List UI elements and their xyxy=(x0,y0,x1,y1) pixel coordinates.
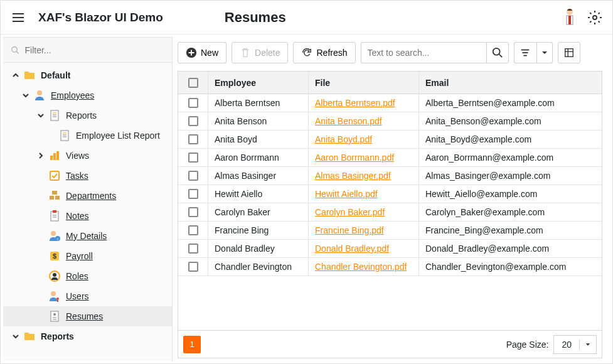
svg-rect-36 xyxy=(51,311,58,321)
table-row[interactable]: Anita BensonAnita Benson.pdfAnita_Benson… xyxy=(178,112,602,131)
checkbox-icon[interactable] xyxy=(188,244,198,254)
table-row[interactable]: Almas BasingerAlmas Basinger.pdfAlmas_Ba… xyxy=(178,167,602,185)
table-row[interactable]: Hewitt AielloHewitt Aiello.pdfHewitt_Aie… xyxy=(178,185,602,203)
sidebar-item-roles[interactable]: Roles xyxy=(3,266,172,286)
search-input[interactable] xyxy=(361,42,486,63)
resume-icon xyxy=(48,310,61,323)
tree-group-default[interactable]: Default xyxy=(3,65,172,85)
page-size-selector[interactable]: 20 xyxy=(553,335,597,354)
checkbox-icon[interactable] xyxy=(188,78,198,88)
sidebar-item-my-details[interactable]: i My Details xyxy=(3,226,172,246)
row-checkbox-cell[interactable] xyxy=(178,222,208,239)
file-link[interactable]: Almas Basinger.pdf xyxy=(315,171,391,181)
filter-box[interactable] xyxy=(3,38,172,63)
filter-dropdown-button[interactable] xyxy=(536,42,553,63)
sidebar-item-users[interactable]: Users xyxy=(3,286,172,306)
chevron-down-icon[interactable] xyxy=(11,331,21,341)
checkbox-icon[interactable] xyxy=(188,116,198,126)
file-link[interactable]: Chandler Bevington.pdf xyxy=(315,262,407,272)
table-row[interactable]: Alberta BerntsenAlberta Berntsen.pdfAlbe… xyxy=(178,94,602,112)
chevron-down-icon[interactable] xyxy=(21,90,31,100)
tree-label: Employees xyxy=(51,90,94,100)
checkbox-icon[interactable] xyxy=(188,189,198,199)
hamburger-icon[interactable] xyxy=(11,10,26,25)
folder-icon xyxy=(23,330,36,343)
avatar[interactable] xyxy=(562,8,577,28)
file-link[interactable]: Carolyn Baker.pdf xyxy=(315,207,385,217)
svg-rect-2 xyxy=(568,16,571,24)
cell-employee: Aaron Borrmann xyxy=(208,149,309,166)
column-header-employee[interactable]: Employee xyxy=(208,72,309,94)
delete-button[interactable]: Delete xyxy=(232,42,288,63)
sidebar-item-employee-list-report[interactable]: Employee List Report xyxy=(3,126,172,146)
sidebar-item-departments[interactable]: Departments xyxy=(3,186,172,206)
cell-file: Donald Bradley.pdf xyxy=(309,240,419,257)
row-checkbox-cell[interactable] xyxy=(178,258,208,276)
chevron-down-icon[interactable] xyxy=(36,110,46,120)
checkbox-icon[interactable] xyxy=(188,171,198,181)
row-checkbox-cell[interactable] xyxy=(178,94,208,112)
checkbox-icon[interactable] xyxy=(188,262,198,272)
page-size-dropdown[interactable] xyxy=(580,341,596,348)
table-row[interactable]: Donald BradleyDonald Bradley.pdfDonald_B… xyxy=(178,240,602,258)
gear-icon[interactable] xyxy=(587,10,602,25)
cell-file: Aaron Borrmann.pdf xyxy=(309,149,419,166)
file-link[interactable]: Anita Benson.pdf xyxy=(315,116,382,126)
checkbox-icon[interactable] xyxy=(188,225,198,235)
page-size-label: Page Size: xyxy=(506,340,549,350)
row-checkbox-cell[interactable] xyxy=(178,203,208,221)
chevron-up-icon[interactable] xyxy=(11,70,21,80)
columns-button[interactable] xyxy=(558,42,580,63)
checkbox-icon[interactable] xyxy=(188,207,198,217)
sidebar-item-reports[interactable]: Reports xyxy=(3,105,172,126)
sidebar-item-notes[interactable]: Notes xyxy=(3,206,172,226)
tree-label: Default xyxy=(41,70,70,80)
row-checkbox-cell[interactable] xyxy=(178,149,208,166)
row-checkbox-cell[interactable] xyxy=(178,240,208,257)
checkbox-icon[interactable] xyxy=(188,134,198,144)
header-select-all[interactable] xyxy=(178,72,208,94)
search-button[interactable] xyxy=(486,42,509,63)
svg-rect-17 xyxy=(56,151,59,160)
checkbox-icon[interactable] xyxy=(188,98,198,108)
column-header-file[interactable]: File xyxy=(309,72,419,94)
svg-rect-44 xyxy=(523,52,528,53)
file-link[interactable]: Hewitt Aiello.pdf xyxy=(315,189,378,199)
filter-button[interactable] xyxy=(514,42,536,63)
sidebar: Default Employees Reports Employee List … xyxy=(3,37,173,361)
sidebar-item-payroll[interactable]: $ Payroll xyxy=(3,246,172,266)
person-info-icon: i xyxy=(48,230,61,242)
row-checkbox-cell[interactable] xyxy=(178,185,208,203)
row-checkbox-cell[interactable] xyxy=(178,131,208,148)
sidebar-item-views[interactable]: Views xyxy=(3,146,172,166)
cell-file: Alberta Berntsen.pdf xyxy=(309,94,419,112)
chevron-right-icon[interactable] xyxy=(36,151,46,161)
sidebar-item-resumes[interactable]: Resumes xyxy=(3,306,172,326)
file-link[interactable]: Francine Bing.pdf xyxy=(315,225,384,235)
svg-line-5 xyxy=(16,51,19,53)
table-row[interactable]: Anita BoydAnita Boyd.pdfAnita_Boyd@examp… xyxy=(178,131,602,149)
sidebar-item-tasks[interactable]: Tasks xyxy=(3,166,172,186)
tree-group-reports[interactable]: Reports xyxy=(3,326,172,346)
sidebar-item-employees[interactable]: Employees xyxy=(3,85,172,105)
column-header-email[interactable]: Email xyxy=(419,72,602,94)
page-number-current[interactable]: 1 xyxy=(183,336,201,353)
filter-input[interactable] xyxy=(25,45,164,55)
table-row[interactable]: Francine BingFrancine Bing.pdfFrancine_B… xyxy=(178,222,602,240)
refresh-button[interactable]: Refresh xyxy=(293,42,355,63)
table-row[interactable]: Carolyn BakerCarolyn Baker.pdfCarolyn_Ba… xyxy=(178,203,602,222)
file-link[interactable]: Alberta Berntsen.pdf xyxy=(315,98,395,108)
table-row[interactable]: Chandler BevingtonChandler Bevington.pdf… xyxy=(178,258,602,276)
document-icon xyxy=(58,129,71,142)
new-button[interactable]: New xyxy=(178,42,227,63)
file-link[interactable]: Donald Bradley.pdf xyxy=(315,244,389,254)
search-icon xyxy=(492,47,503,58)
file-link[interactable]: Aaron Borrmann.pdf xyxy=(315,153,394,163)
checkbox-icon[interactable] xyxy=(188,153,198,163)
cell-file: Chandler Bevington.pdf xyxy=(309,258,419,276)
file-link[interactable]: Anita Boyd.pdf xyxy=(315,134,372,144)
table-row[interactable]: Aaron BorrmannAaron Borrmann.pdfAaron_Bo… xyxy=(178,149,602,167)
row-checkbox-cell[interactable] xyxy=(178,112,208,130)
filter-icon xyxy=(520,47,531,58)
row-checkbox-cell[interactable] xyxy=(178,167,208,185)
